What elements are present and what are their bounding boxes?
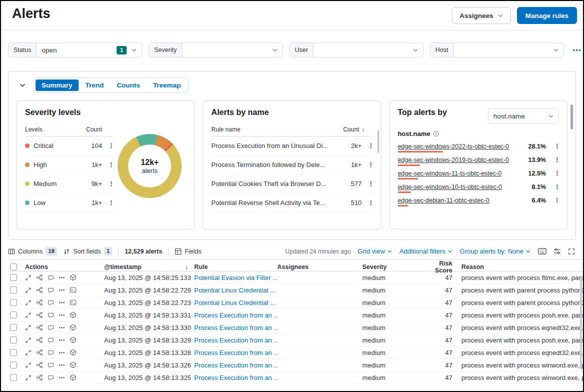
row-checkbox[interactable] (10, 374, 17, 381)
row-actions-icon[interactable]: ⋮ (108, 199, 113, 206)
more-actions-icon[interactable]: ⋯ (59, 337, 65, 344)
row-checkbox[interactable] (10, 324, 17, 331)
more-actions-icon[interactable]: ⋯ (59, 350, 65, 356)
more-actions-icon[interactable]: ⋯ (59, 374, 65, 381)
info-icon[interactable] (433, 130, 439, 137)
session-view-icon[interactable] (70, 299, 77, 306)
row-actions-icon[interactable]: ⋮ (368, 180, 373, 188)
severity-filter[interactable]: Severity (149, 42, 283, 58)
keyboard-shortcuts-icon[interactable] (538, 248, 546, 254)
grid-view-button[interactable]: Grid view (358, 248, 392, 255)
add-note-icon[interactable] (48, 324, 54, 331)
rule-name[interactable]: Process Execution from an Unusual Di... (211, 142, 341, 150)
panel-scrollbar[interactable] (377, 130, 379, 153)
tab-counts[interactable]: Counts (111, 80, 146, 91)
add-note-icon[interactable] (48, 312, 54, 318)
more-actions-icon[interactable]: ⋯ (59, 300, 65, 306)
analyze-event-icon[interactable] (36, 349, 43, 356)
row-actions-icon[interactable]: ⋮ (554, 196, 559, 204)
add-note-icon[interactable] (48, 274, 54, 281)
col-assignees[interactable]: Assignees (277, 264, 362, 270)
expand-alert-icon[interactable] (25, 312, 32, 318)
analyze-event-icon[interactable] (36, 299, 43, 306)
tab-trend[interactable]: Trend (80, 80, 110, 91)
expand-alert-icon[interactable] (25, 300, 32, 306)
columns-button[interactable]: Columns 18 (8, 247, 57, 256)
filter-options-icon[interactable]: ⋯ (572, 46, 581, 54)
host-name-link[interactable]: edge-sec-windows-2019-ts-obtc-estec-0 (398, 156, 524, 164)
host-filter[interactable]: Host (430, 42, 564, 58)
analyze-event-icon[interactable] (36, 312, 43, 318)
alert-rule-link[interactable]: Process Execution from an ... (194, 362, 277, 369)
analyze-session-icon[interactable] (70, 349, 77, 356)
alert-rule-link[interactable]: Process Execution from an ... (194, 374, 277, 382)
analyze-event-icon[interactable] (36, 274, 43, 281)
expand-alert-icon[interactable] (25, 287, 32, 294)
row-actions-icon[interactable]: ⋮ (368, 161, 373, 168)
row-actions-icon[interactable]: ⋮ (554, 170, 559, 177)
manage-rules-button[interactable]: Manage rules (517, 7, 577, 24)
col-severity[interactable]: Severity (362, 264, 422, 270)
row-actions-icon[interactable]: ⋮ (108, 180, 113, 188)
col-reason[interactable]: Reason (454, 264, 583, 270)
expand-alert-icon[interactable] (25, 324, 32, 331)
analyze-session-icon[interactable] (70, 312, 77, 318)
group-alerts-button[interactable]: Group alerts by: None (460, 248, 531, 255)
more-actions-icon[interactable]: ⋯ (59, 274, 65, 281)
alert-rule-link[interactable]: Process Execution from an ... (194, 324, 277, 332)
host-name-link[interactable]: edge-sec-windows-10-ts-obtc-estec-0 (398, 184, 528, 190)
expand-alert-icon[interactable] (25, 350, 32, 356)
expand-alert-icon[interactable] (25, 274, 32, 281)
row-actions-icon[interactable]: ⋮ (554, 142, 559, 150)
assignees-button[interactable]: Assignees (452, 7, 511, 24)
col-timestamp[interactable]: @timestamp ↓ (104, 264, 194, 270)
row-checkbox[interactable] (10, 312, 17, 318)
fullscreen-icon[interactable] (568, 248, 575, 255)
host-name-link[interactable]: edge-sec-windows-11-ts-obtc-estec-0 (398, 170, 524, 177)
row-actions-icon[interactable]: ⋮ (368, 142, 373, 150)
more-actions-icon[interactable]: ⋯ (59, 287, 65, 294)
analyze-event-icon[interactable] (36, 336, 43, 344)
additional-filters-button[interactable]: Additional filters (399, 248, 453, 255)
analyze-session-icon[interactable] (70, 274, 77, 281)
col-risk-score[interactable]: Risk Score (422, 260, 454, 274)
row-actions-icon[interactable]: ⋮ (554, 156, 559, 164)
analyze-event-icon[interactable] (36, 286, 43, 294)
add-note-icon[interactable] (48, 374, 54, 381)
add-note-icon[interactable] (48, 362, 54, 368)
expand-alert-icon[interactable] (25, 337, 32, 344)
row-checkbox[interactable] (10, 362, 17, 368)
expand-alert-icon[interactable] (25, 362, 32, 368)
analyze-event-icon[interactable] (36, 374, 43, 381)
display-options-icon[interactable] (553, 248, 561, 255)
row-actions-icon[interactable]: ⋮ (108, 142, 113, 150)
rule-name[interactable]: Process Termination followed by Dele... (211, 161, 341, 168)
more-actions-icon[interactable]: ⋯ (59, 324, 65, 331)
status-filter[interactable]: Status open 1 (8, 42, 142, 58)
analyze-session-icon[interactable] (70, 362, 77, 368)
expand-alert-icon[interactable] (25, 374, 32, 381)
add-note-icon[interactable] (48, 350, 54, 356)
fields-button[interactable]: Fields (175, 248, 201, 255)
add-note-icon[interactable] (48, 287, 54, 294)
row-checkbox[interactable] (10, 336, 17, 344)
row-checkbox[interactable] (10, 299, 17, 306)
table-scrollbar[interactable] (580, 276, 582, 369)
col-rule[interactable]: Rule (194, 264, 277, 270)
host-name-link[interactable]: edge-sec-debian-11-obtc-estec-0 (398, 197, 528, 204)
section-scrollbar[interactable] (570, 104, 573, 130)
alert-rule-link[interactable]: Process Execution from an ... (194, 336, 277, 344)
row-checkbox[interactable] (10, 349, 17, 356)
host-name-link[interactable]: edge-sec-windows-2022-ts-obtc-estec-0 (398, 143, 524, 150)
row-checkbox[interactable] (10, 274, 17, 281)
session-view-icon[interactable] (70, 286, 77, 294)
more-actions-icon[interactable]: ⋯ (59, 362, 65, 368)
rule-name[interactable]: Potential Reverse Shell Activity via Te.… (211, 199, 341, 206)
alert-rule-link[interactable]: Potential Evasion via Filter ... (194, 274, 277, 282)
top-alerts-field-select[interactable]: host.name (488, 108, 559, 124)
alert-rule-link[interactable]: Process Execution from an ... (194, 312, 277, 319)
col-count[interactable]: Count ↓ (343, 126, 365, 133)
add-note-icon[interactable] (48, 300, 54, 306)
analyze-session-icon[interactable] (70, 324, 77, 331)
tab-treemap[interactable]: Treemap (147, 80, 187, 91)
